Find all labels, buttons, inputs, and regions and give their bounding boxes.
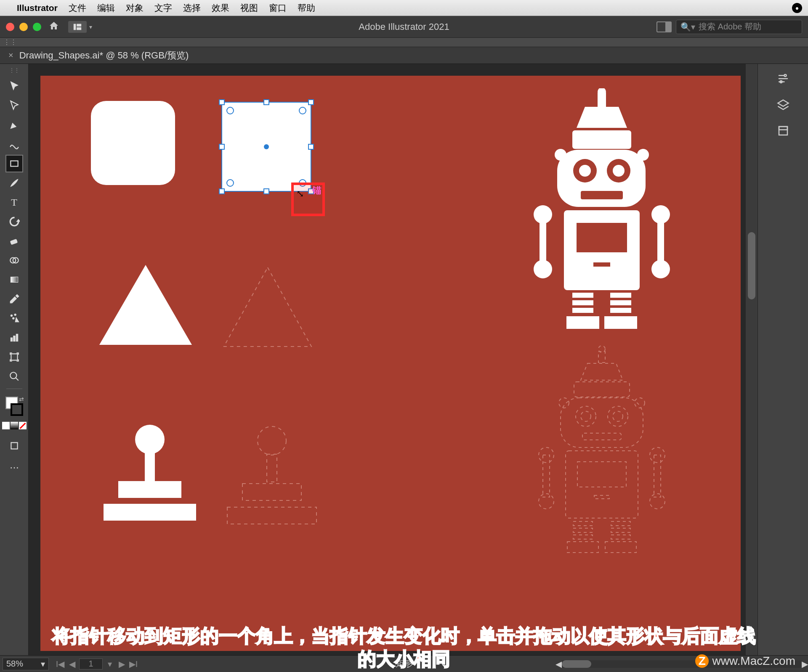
type-tool[interactable]: T xyxy=(5,193,23,211)
svg-rect-60 xyxy=(566,451,638,518)
svg-rect-51 xyxy=(574,382,630,397)
scrollbar-thumb[interactable] xyxy=(562,660,591,668)
color-mode-none[interactable] xyxy=(19,422,27,429)
resize-handle[interactable] xyxy=(219,188,225,194)
corner-widget[interactable] xyxy=(299,107,306,114)
eyedropper-tool[interactable] xyxy=(5,290,23,308)
triangle-shape[interactable] xyxy=(99,265,192,345)
document-tab[interactable]: × Drawing_Shapes.ai* @ 58 % (RGB/预览) xyxy=(8,49,189,62)
workspace: ⋮⋮ T ⇄ xyxy=(0,64,808,655)
paintbrush-tool[interactable] xyxy=(5,174,23,192)
window-close-button[interactable] xyxy=(6,23,14,31)
chevron-down-icon[interactable]: ▾ xyxy=(41,659,45,669)
svg-rect-42 xyxy=(572,300,593,305)
gradient-tool[interactable] xyxy=(5,271,23,288)
last-artboard-button[interactable]: ▶I xyxy=(129,659,138,669)
svg-point-17 xyxy=(258,426,286,455)
svg-rect-62 xyxy=(594,495,609,499)
rounded-rect-shape[interactable] xyxy=(91,101,175,185)
resize-handle[interactable] xyxy=(263,99,269,105)
resize-handle[interactable] xyxy=(308,99,314,105)
chevron-down-icon[interactable]: ▾ xyxy=(89,24,92,30)
edit-toolbar-icon[interactable]: ⋯ xyxy=(5,459,23,476)
close-tab-icon[interactable]: × xyxy=(8,50,13,60)
svg-point-63 xyxy=(539,447,554,463)
menu-effect[interactable]: 效果 xyxy=(212,2,229,14)
artboard[interactable]: ⤡ 锚 xyxy=(40,76,741,651)
selection-tool[interactable] xyxy=(5,77,23,95)
menu-file[interactable]: 文件 xyxy=(69,2,86,14)
pedestal-shape[interactable] xyxy=(104,425,196,521)
column-graph-tool[interactable] xyxy=(5,329,23,347)
resize-handle[interactable] xyxy=(219,144,225,150)
svg-point-53 xyxy=(635,398,645,408)
menu-help[interactable]: 帮助 xyxy=(298,2,315,14)
workspace-switcher[interactable] xyxy=(68,21,87,33)
color-mode-gradient[interactable] xyxy=(11,422,18,429)
window-minimize-button[interactable] xyxy=(19,23,28,31)
svg-rect-4 xyxy=(10,239,17,245)
svg-point-37 xyxy=(534,260,552,278)
zoom-tool[interactable] xyxy=(5,368,23,385)
artboard-tool[interactable] xyxy=(5,348,23,366)
layers-panel-icon[interactable] xyxy=(776,98,790,112)
selected-rectangle[interactable] xyxy=(221,102,311,192)
color-mode-solid[interactable] xyxy=(2,422,10,429)
artboard-number[interactable]: 1 xyxy=(79,659,103,669)
svg-rect-19 xyxy=(242,484,301,500)
robot-shape[interactable] xyxy=(513,88,690,334)
panel-toggle-icon[interactable] xyxy=(656,21,672,32)
zoom-level[interactable]: 58% ▾ xyxy=(3,658,49,670)
prev-artboard-button[interactable]: ◀ xyxy=(67,659,77,669)
menubar-status-icon[interactable]: ● xyxy=(792,3,802,13)
menu-window[interactable]: 窗口 xyxy=(269,2,287,14)
first-artboard-button[interactable]: I◀ xyxy=(56,659,65,669)
vertical-scrollbar[interactable] xyxy=(746,64,758,655)
curvature-tool[interactable] xyxy=(5,135,23,153)
control-bar[interactable]: ⋮⋮ xyxy=(0,38,808,47)
svg-rect-36 xyxy=(540,214,546,265)
menu-view[interactable]: 视图 xyxy=(240,2,258,14)
menu-edit[interactable]: 编辑 xyxy=(97,2,115,14)
svg-point-40 xyxy=(651,260,670,278)
app-name[interactable]: Illustrator xyxy=(17,3,58,13)
zoom-value: 58% xyxy=(6,659,23,669)
center-point[interactable] xyxy=(264,144,269,149)
symbol-sprayer-tool[interactable] xyxy=(5,310,23,327)
libraries-panel-icon[interactable] xyxy=(776,124,790,138)
resize-handle[interactable] xyxy=(263,188,269,194)
fill-stroke-swap[interactable]: ⇄ xyxy=(5,392,23,417)
home-icon[interactable] xyxy=(49,21,59,33)
pen-tool[interactable] xyxy=(5,116,23,134)
triangle-outline xyxy=(221,265,314,351)
resize-handle[interactable] xyxy=(308,144,314,150)
corner-widget[interactable] xyxy=(226,179,234,187)
menu-type[interactable]: 文字 xyxy=(154,2,172,14)
direct-selection-tool[interactable] xyxy=(5,97,23,114)
rectangle-tool[interactable] xyxy=(5,155,23,172)
menu-select[interactable]: 选择 xyxy=(183,2,201,14)
properties-panel-icon[interactable] xyxy=(776,71,790,86)
chevron-down-icon[interactable]: ▾ xyxy=(105,659,114,669)
corner-widget[interactable] xyxy=(226,107,234,114)
window-zoom-button[interactable] xyxy=(33,23,41,31)
scroll-right-button[interactable]: ▶ xyxy=(802,659,808,669)
draw-normal-icon[interactable] xyxy=(5,437,23,455)
svg-rect-34 xyxy=(593,262,610,267)
svg-rect-50 xyxy=(598,352,605,362)
canvas-area[interactable]: ⤡ 锚 xyxy=(29,64,758,655)
shape-builder-tool[interactable] xyxy=(5,251,23,269)
search-input[interactable]: 🔍▾ 搜索 Adobe 帮助 xyxy=(676,20,802,34)
resize-handle[interactable] xyxy=(219,99,225,105)
eraser-tool[interactable] xyxy=(5,232,23,250)
swap-fill-stroke-icon[interactable]: ⇄ xyxy=(19,396,24,402)
svg-point-58 xyxy=(613,411,623,421)
rotate-tool[interactable] xyxy=(5,213,23,230)
next-artboard-button[interactable]: ▶ xyxy=(117,659,126,669)
scroll-left-button[interactable]: ◀ xyxy=(556,659,562,669)
scrollbar-thumb[interactable] xyxy=(748,232,755,299)
svg-rect-41 xyxy=(572,293,593,298)
toolbar-grip-icon[interactable]: ⋮⋮ xyxy=(9,67,19,73)
stroke-swatch[interactable] xyxy=(11,403,23,416)
menu-object[interactable]: 对象 xyxy=(126,2,144,14)
